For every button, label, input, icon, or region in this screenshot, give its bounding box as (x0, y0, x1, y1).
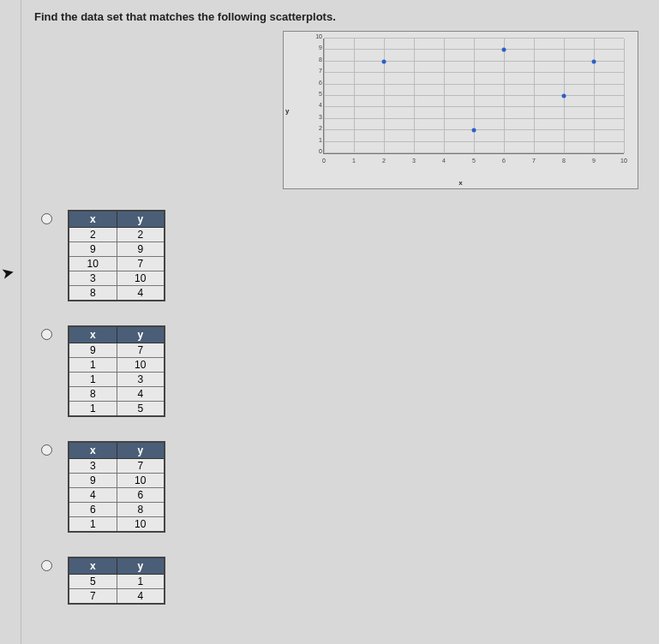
grid-horizontal (324, 72, 624, 73)
grid-horizontal (324, 141, 624, 142)
cell-x: 2 (69, 228, 117, 242)
table-row: 37 (69, 459, 165, 474)
cursor-icon: ➤ (0, 263, 16, 284)
cell-y: 9 (117, 242, 165, 257)
cell-x: 8 (69, 387, 117, 402)
answer-option-3[interactable]: xy5174 (41, 557, 165, 605)
y-tick: 1 (314, 136, 322, 142)
scatter-point (382, 59, 386, 63)
cell-y: 1 (117, 575, 165, 589)
cell-y: 2 (117, 228, 165, 242)
table-row: 84 (69, 387, 165, 402)
cell-y: 6 (117, 488, 165, 503)
grid-horizontal (324, 38, 624, 39)
grid-vertical (594, 39, 595, 153)
x-tick: 9 (592, 158, 596, 164)
grid-horizontal (324, 152, 624, 153)
table-row: 99 (69, 242, 165, 257)
y-tick: 7 (314, 68, 322, 74)
grid-horizontal (324, 106, 624, 107)
table-header-x: x (69, 211, 117, 228)
grid-horizontal (324, 49, 624, 50)
y-tick: 9 (314, 45, 322, 51)
answer-option-1[interactable]: xy97110138415 (41, 325, 165, 417)
y-tick: 5 (314, 91, 322, 97)
cell-x: 9 (69, 474, 117, 488)
table-row: 13 (69, 373, 165, 387)
x-tick: 2 (382, 158, 386, 164)
answer-option-2[interactable]: xy379104668110 (41, 441, 165, 533)
x-axis-label: x (458, 179, 462, 187)
table-row: 97 (69, 343, 165, 358)
grid-horizontal (324, 95, 624, 96)
scatter-point (592, 59, 596, 63)
cell-x: 6 (69, 503, 117, 517)
scatter-point (502, 48, 506, 52)
x-tick: 7 (532, 158, 536, 164)
cell-y: 7 (117, 343, 165, 358)
scatter-point (562, 94, 566, 98)
x-tick: 3 (412, 158, 416, 164)
table-row: 46 (69, 488, 165, 503)
radio-button[interactable] (41, 560, 52, 571)
table-row: 15 (69, 402, 165, 417)
table-row: 74 (69, 589, 165, 605)
y-tick: 0 (314, 148, 322, 154)
divider-line (21, 0, 21, 644)
grid-vertical (354, 39, 355, 153)
y-tick: 10 (314, 33, 322, 39)
cell-y: 4 (117, 286, 165, 301)
cell-y: 10 (117, 358, 165, 373)
radio-button[interactable] (41, 444, 52, 456)
cell-y: 4 (117, 589, 165, 605)
table-row: 310 (69, 271, 165, 286)
cell-x: 1 (69, 358, 117, 373)
table-header-y: y (117, 326, 165, 343)
cell-y: 8 (117, 503, 165, 517)
data-table: xy97110138415 (68, 325, 165, 417)
cell-x: 1 (69, 373, 117, 387)
table-header-y: y (117, 442, 165, 459)
question-text: Find the data set that matches the follo… (34, 10, 336, 23)
y-tick: 2 (314, 125, 322, 131)
plot-area: 012345678910012345678910 (323, 39, 624, 154)
x-tick: 0 (322, 158, 326, 164)
y-tick: 4 (314, 102, 322, 108)
x-tick: 8 (562, 158, 566, 164)
data-table: xy5174 (68, 557, 165, 605)
cell-y: 4 (117, 387, 165, 402)
cell-y: 10 (117, 517, 165, 533)
cell-x: 5 (69, 575, 117, 589)
grid-horizontal (324, 84, 624, 85)
y-tick: 6 (314, 79, 322, 85)
cell-y: 10 (117, 271, 165, 286)
chart-inner: 012345678910012345678910 (309, 37, 629, 164)
cell-y: 5 (117, 402, 165, 417)
table-row: 910 (69, 474, 165, 488)
radio-button[interactable] (41, 213, 52, 224)
table-row: 84 (69, 286, 165, 301)
scatterplot: y x 012345678910012345678910 (283, 31, 638, 189)
cell-y: 10 (117, 474, 165, 488)
y-tick: 3 (314, 113, 322, 119)
cell-x: 1 (69, 402, 117, 417)
table-header-x: x (69, 326, 117, 343)
cell-x: 7 (69, 589, 117, 605)
cell-x: 4 (69, 488, 117, 503)
table-row: 68 (69, 503, 165, 517)
grid-vertical (384, 39, 385, 153)
answer-option-0[interactable]: xy229910731084 (41, 210, 165, 301)
x-tick: 6 (502, 158, 506, 164)
cell-x: 10 (69, 257, 117, 271)
table-row: 107 (69, 257, 165, 271)
radio-button[interactable] (41, 329, 52, 340)
scatter-point (472, 128, 476, 133)
y-tick: 8 (314, 56, 322, 62)
answer-options: xy229910731084xy97110138415xy37910466811… (41, 210, 165, 629)
table-header-x: x (69, 558, 117, 575)
table-row: 110 (69, 517, 165, 533)
grid-vertical (414, 39, 415, 153)
grid-horizontal (324, 61, 624, 62)
cell-y: 7 (117, 257, 165, 271)
x-tick: 1 (352, 158, 356, 164)
